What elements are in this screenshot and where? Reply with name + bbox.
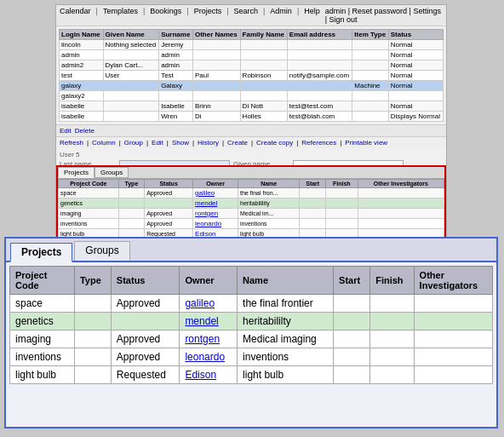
mini-tab-groups[interactable]: Groups	[94, 167, 129, 178]
main-proj-row[interactable]: imaging Approved rontgen Medical imaging	[10, 331, 493, 348]
edit-link[interactable]: Edit	[152, 139, 163, 147]
main-col-type: Type	[74, 267, 111, 295]
show-link[interactable]: Show	[172, 139, 189, 147]
col-given: Given Name	[103, 30, 159, 40]
mini-nav-admin[interactable]: Admin	[270, 7, 292, 24]
link-leonardo[interactable]: leonardo	[195, 220, 221, 227]
main-link-mendel[interactable]: mendel	[185, 315, 218, 327]
mini-nav-templates[interactable]: Templates	[103, 7, 138, 24]
cell-type	[74, 313, 111, 331]
main-col-finish: Finish	[370, 267, 414, 295]
cell-status: Approved	[111, 331, 180, 348]
mini-nav-search[interactable]: Search	[233, 7, 258, 24]
main-col-other: OtherInvestigators	[414, 267, 492, 295]
main-col-start: Start	[334, 267, 370, 295]
mini-nav-calendar[interactable]: Calendar	[60, 7, 91, 24]
main-proj-row[interactable]: genetics mendel heritabililty	[10, 313, 493, 331]
main-proj-table: ProjectCode Type Status Owner Name Start…	[9, 266, 493, 384]
cell-start	[334, 313, 370, 331]
refresh-link[interactable]: Refresh	[60, 139, 83, 147]
cell-start	[334, 366, 370, 384]
main-link-leonardo[interactable]: leonardo	[185, 351, 225, 363]
col-email: Email address	[287, 30, 352, 40]
mini-panel: Calendar | Templates | Bookings | Projec…	[55, 4, 447, 243]
cell-start	[334, 348, 370, 366]
col-family: Family Name	[240, 30, 287, 40]
table-row[interactable]: galaxy Galaxy Machine Normal	[60, 81, 444, 91]
mini-nav-help[interactable]: Help	[304, 7, 320, 24]
table-row[interactable]: admin admin Normal	[60, 50, 444, 60]
mini-nav: Calendar | Templates | Bookings | Projec…	[56, 5, 446, 26]
main-tabs-bar: Projects Groups	[6, 239, 496, 262]
cell-owner: rontgen	[180, 331, 238, 348]
references-link[interactable]: References	[301, 139, 336, 147]
cell-code: inventions	[10, 348, 75, 366]
history-link[interactable]: History	[198, 139, 219, 147]
main-tab-groups[interactable]: Groups	[74, 241, 129, 261]
link-rontgen[interactable]: rontgen	[195, 210, 218, 217]
cell-code: imaging	[10, 331, 75, 348]
cell-name: light bulb	[238, 366, 334, 384]
group-link[interactable]: Group	[124, 139, 143, 147]
table-row[interactable]: isabelle Wren Di Holles test@blah.com Di…	[60, 112, 444, 122]
cell-owner: leonardo	[180, 348, 238, 366]
mini-users-table: Login Name Given Name Surname Other Name…	[59, 29, 444, 122]
main-content: ProjectCode Type Status Owner Name Start…	[6, 262, 496, 388]
cell-code: light bulb	[10, 366, 75, 384]
mini-nav-projects[interactable]: Projects	[194, 7, 222, 24]
mini-proj-row[interactable]: genetics mendel heritabilility	[59, 198, 444, 209]
cell-name: heritabililty	[238, 313, 334, 331]
mini-nav-bookings[interactable]: Bookings	[150, 7, 181, 24]
cell-name: the final frontier	[238, 295, 334, 313]
cell-finish	[370, 366, 414, 384]
mini-proj-row[interactable]: inventions Approved leonardo inventions	[59, 219, 444, 229]
main-link-galileo[interactable]: galileo	[185, 297, 215, 309]
table-row[interactable]: lincoln Nothing selected Jeremy Normal	[60, 40, 444, 50]
cell-owner: galileo	[180, 295, 238, 313]
delete-btn[interactable]: Delete	[75, 127, 94, 135]
cell-type	[74, 366, 111, 384]
link-galileo[interactable]: galileo	[195, 189, 215, 197]
main-link-rontgen[interactable]: rontgen	[185, 333, 220, 345]
main-col-owner: Owner	[180, 267, 238, 295]
main-col-name: Name	[238, 267, 334, 295]
mini-proj-row[interactable]: imaging Approved rontgen Medical im...	[59, 209, 444, 219]
main-col-code: ProjectCode	[10, 267, 75, 295]
cell-start	[334, 331, 370, 348]
table-row[interactable]: galaxy2	[60, 91, 444, 101]
mini-tabs-bar: Projects Groups	[58, 167, 444, 179]
cell-type	[74, 295, 111, 313]
create-link[interactable]: Create	[227, 139, 248, 147]
link-mendel[interactable]: mendel	[195, 199, 217, 207]
create-copy-link[interactable]: Create copy	[256, 139, 293, 147]
cell-code: space	[10, 295, 75, 313]
cell-owner: mendel	[180, 313, 238, 331]
cell-finish	[370, 313, 414, 331]
table-row[interactable]: test User Test Paul Robinson notify@samp…	[60, 71, 444, 81]
main-proj-row[interactable]: space Approved galileo the final frontie…	[10, 295, 493, 313]
mini-proj-row[interactable]: space Approved galileo the final fron...	[59, 188, 444, 198]
cell-type	[74, 348, 111, 366]
main-tab-projects[interactable]: Projects	[10, 243, 72, 262]
cell-finish	[370, 331, 414, 348]
mini-tab-projects[interactable]: Projects	[58, 167, 94, 178]
cell-other	[414, 348, 492, 366]
cell-status: Requested	[111, 366, 180, 384]
cell-finish	[370, 348, 414, 366]
cell-status: Approved	[111, 348, 180, 366]
cell-type	[74, 331, 111, 348]
main-link-edison[interactable]: Edison	[185, 369, 216, 381]
table-row[interactable]: isabelle Isabelle Brinn Di Nott test@tes…	[60, 101, 444, 112]
edit-btn[interactable]: Edit	[60, 127, 72, 135]
main-panel: Projects Groups ProjectCode Type Status …	[4, 237, 498, 428]
main-proj-row[interactable]: light bulb Requested Edison light bulb	[10, 366, 493, 384]
main-proj-row[interactable]: inventions Approved leonardo inventions	[10, 348, 493, 366]
column-link[interactable]: Column	[92, 139, 116, 147]
cell-status	[111, 313, 180, 331]
mini-col-code: Project Code	[59, 180, 119, 188]
cell-other	[414, 331, 492, 348]
table-row[interactable]: admin2 Dylan Cart... admin Normal	[60, 60, 444, 71]
printable-link[interactable]: Printable view	[345, 139, 387, 147]
mini-toolbar2: Refresh | Column | Group | Edit | Show |…	[56, 137, 446, 148]
col-other: Other Names	[192, 30, 240, 40]
